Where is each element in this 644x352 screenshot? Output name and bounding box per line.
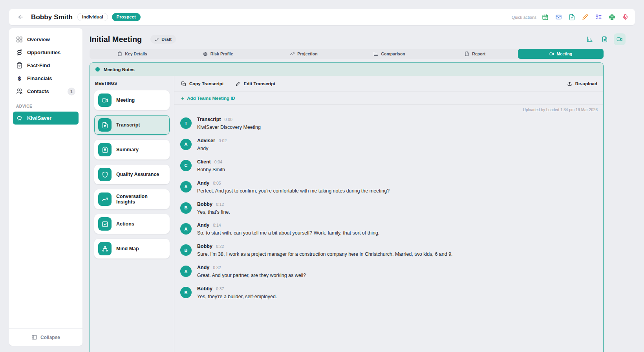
contacts-count-badge: 1 — [68, 88, 75, 95]
speaker-name: Andy — [197, 180, 209, 186]
chart-view-button[interactable] — [584, 33, 596, 45]
speaker-name: Transcript — [197, 117, 221, 122]
meeting-nav-label: Conversation Insights — [116, 194, 166, 205]
copy-transcript-button[interactable]: Copy Transcript — [181, 81, 224, 86]
add-teams-meeting-id-label: Add Teams Meeting ID — [187, 96, 235, 101]
sidebar-item-label: Fact-Find — [27, 62, 50, 68]
transcript-text: Sure. I'm 38, I work as a project manage… — [197, 251, 453, 258]
avatar: B — [180, 244, 192, 256]
document-view-button[interactable] — [599, 33, 611, 45]
mail-icon[interactable] — [555, 14, 562, 20]
tab-projection[interactable]: Projection — [261, 49, 346, 59]
advice-section-label: ADVICE — [9, 98, 82, 112]
speaker-name: Bobby — [197, 202, 212, 207]
timestamp: 0:04 — [214, 160, 222, 164]
sidebar: Overview Opportunities Fact-Find $ Finan… — [9, 28, 82, 346]
meeting-nav-label: Quality Assurance — [116, 172, 159, 177]
pen-icon — [155, 37, 159, 42]
tab-report[interactable]: Report — [432, 49, 518, 59]
meeting-notes-header: Meeting Notes — [90, 63, 603, 76]
sidebar-item-financials[interactable]: $ Financials — [13, 72, 79, 85]
file-text-icon — [102, 122, 108, 128]
meeting-nav-meeting[interactable]: Meeting — [94, 90, 170, 110]
tab-label: Meeting — [557, 51, 573, 56]
sidebar-item-kiwisaver[interactable]: KiwiSaver — [13, 112, 79, 125]
edit-transcript-button[interactable]: Edit Transcript — [236, 81, 276, 86]
client-type-badge: Individual — [77, 13, 108, 22]
meeting-nav-transcript[interactable]: Transcript — [94, 115, 170, 135]
transcript-text: KiwiSaver Discovery Meeting — [197, 124, 261, 131]
reupload-button[interactable]: Re-upload — [567, 81, 597, 86]
video-icon — [102, 97, 108, 104]
transcript-text: Perfect. And just to confirm, you're com… — [197, 188, 390, 194]
avatar: T — [180, 117, 192, 129]
avatar: A — [180, 181, 192, 192]
transcript-text: So, to start with, can you tell me a bit… — [197, 230, 379, 236]
meeting-view-button[interactable] — [614, 33, 626, 45]
grid-icon — [16, 36, 23, 43]
sidebar-item-contacts[interactable]: Contacts 1 — [13, 85, 79, 98]
meeting-nav-summary[interactable]: Summary — [94, 140, 170, 160]
route-icon — [16, 49, 23, 56]
transcript-section: Copy Transcript Edit Transcript Re-uploa… — [174, 76, 603, 352]
transcript-entry: A Andy 0:14 So, to start with, can you t… — [180, 222, 596, 236]
scale-icon — [203, 51, 208, 56]
transcript-toolbar: Copy Transcript Edit Transcript Re-uploa… — [174, 76, 603, 92]
org-chart-icon — [102, 246, 108, 252]
transcript-list[interactable]: T Transcript 0:00 KiwiSaver Discovery Me… — [174, 114, 603, 352]
client-header-bar: Bobby Smith Individual Prospect Quick ac… — [9, 9, 635, 25]
sidebar-item-label: KiwiSaver — [27, 115, 51, 121]
draft-status-badge[interactable]: Draft — [150, 35, 176, 44]
timestamp: 0:00 — [224, 117, 232, 122]
avatar: C — [180, 160, 192, 171]
back-button[interactable] — [15, 12, 26, 22]
tab-label: Risk Profile — [210, 51, 233, 56]
transcript-entry: B Bobby 0:12 Yes, that's fine. — [180, 202, 596, 216]
copy-icon — [181, 81, 186, 86]
meeting-notes-panel: Meeting Notes MEETINGS Meeting Transcrip… — [90, 62, 604, 352]
target-icon[interactable] — [609, 14, 615, 20]
collapse-sidebar-button[interactable]: Collapse — [9, 328, 82, 346]
pen-icon[interactable] — [582, 14, 589, 20]
tab-key-details[interactable]: Key Details — [90, 49, 175, 59]
tab-risk-profile[interactable]: Risk Profile — [175, 49, 261, 59]
meeting-nav-mind-map[interactable]: Mind Map — [94, 239, 170, 258]
teams-meeting-row: + Add Teams Meeting ID — [174, 92, 603, 105]
transcript-entry: B Bobby 0:37 Yes, they're a builder, sel… — [180, 286, 596, 300]
clipboard-list-icon — [102, 147, 108, 153]
quick-actions — [542, 14, 629, 20]
speaker-name: Adviser — [197, 138, 215, 143]
meeting-nav-label: Meeting — [116, 97, 135, 103]
meeting-nav-conversation-insights[interactable]: Conversation Insights — [94, 189, 170, 209]
piggy-bank-icon — [16, 115, 23, 121]
timestamp: 0:02 — [219, 138, 227, 143]
meetings-label: MEETINGS — [95, 81, 170, 86]
users-icon — [16, 88, 23, 95]
sidebar-item-fact-find[interactable]: Fact-Find — [13, 59, 79, 72]
transcript-entry: C Client 0:04 Bobby Smith — [180, 159, 596, 173]
meeting-nav-quality-assurance[interactable]: Quality Assurance — [94, 165, 170, 184]
mic-icon[interactable] — [622, 14, 629, 20]
tab-meeting[interactable]: Meeting — [518, 49, 604, 59]
client-name: Bobby Smith — [31, 13, 73, 21]
tab-comparison[interactable]: Comparison — [347, 49, 432, 59]
bar-chart-icon — [587, 36, 593, 42]
reupload-label: Re-upload — [575, 81, 597, 86]
app-window: Bobby Smith Individual Prospect Quick ac… — [0, 0, 644, 352]
client-status-badge: Prospect — [112, 13, 141, 22]
transcript-entry: A Adviser 0:02 Andy — [180, 138, 596, 152]
file-icon — [465, 51, 469, 56]
status-dot — [95, 67, 100, 72]
avatar: B — [180, 202, 192, 214]
add-teams-meeting-id-link[interactable]: + Add Teams Meeting ID — [181, 95, 235, 101]
sidebar-item-overview[interactable]: Overview — [13, 33, 79, 46]
file-plus-icon[interactable] — [569, 14, 575, 20]
transcript-entry: A Andy 0:32 Great. And your partner, are… — [180, 265, 596, 279]
calendar-icon[interactable] — [542, 14, 549, 20]
list-todo-icon[interactable] — [595, 14, 602, 20]
meeting-nav-actions[interactable]: Actions — [94, 214, 170, 234]
quick-actions-label: Quick actions — [512, 15, 536, 20]
sidebar-item-opportunities[interactable]: Opportunities — [13, 46, 79, 59]
dollar-icon: $ — [16, 75, 23, 82]
sidebar-item-label: Overview — [27, 37, 50, 42]
